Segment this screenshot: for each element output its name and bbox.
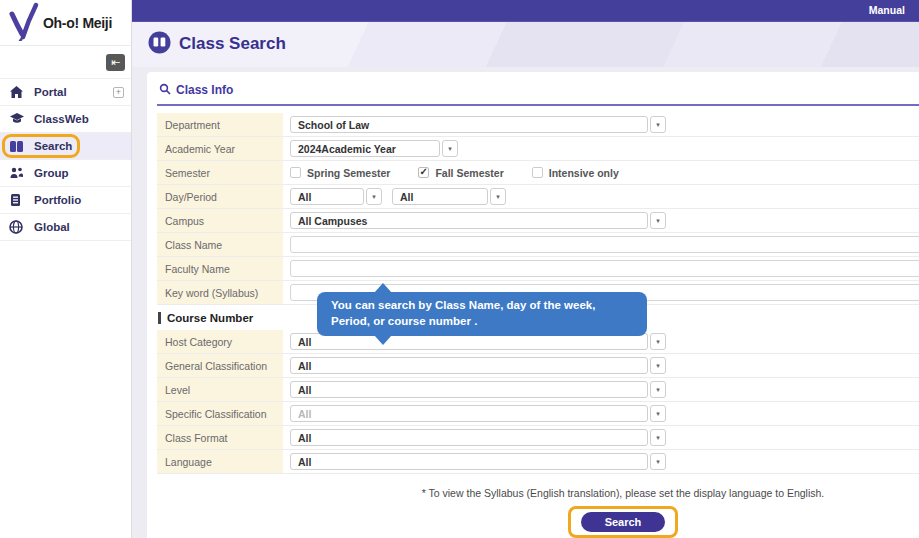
topbar: Manual Contact Individual Settings	[132, 0, 919, 21]
campus-select[interactable]: All Campuses	[290, 212, 666, 229]
sidebar-item-label: Portfolio	[34, 194, 81, 206]
notebook-icon	[9, 193, 26, 207]
form-row-general-classification: General Classification All	[157, 354, 919, 378]
field-label: Campus	[157, 209, 283, 232]
search-hint-tooltip: You can search by Class Name, day of the…	[317, 292, 647, 336]
course-number-title: Course Number	[167, 312, 253, 324]
day-select[interactable]: All	[290, 188, 382, 205]
checkbox-icon[interactable]	[532, 167, 543, 178]
class-info-title: Class Info	[176, 83, 233, 97]
expand-plus-icon[interactable]	[113, 87, 124, 98]
field-label: Class Format	[157, 426, 283, 449]
tooltip-arrow-down	[374, 335, 392, 345]
sidebar-item-portfolio[interactable]: Portfolio	[0, 187, 131, 214]
chevron-down-icon[interactable]	[650, 212, 666, 229]
chevron-down-icon[interactable]	[650, 381, 666, 398]
highlight-ring: Search	[568, 506, 679, 538]
magnifier-icon	[159, 81, 171, 99]
people-icon	[9, 166, 26, 180]
sidebar-item-label: Search	[34, 140, 72, 152]
field-label: Key word (Syllabus)	[157, 281, 283, 304]
period-select[interactable]: All	[392, 188, 506, 205]
department-select[interactable]: School of Law	[290, 116, 666, 133]
sidebar-collapse-button[interactable]	[106, 54, 125, 71]
manual-link[interactable]: Manual	[869, 4, 905, 16]
field-label: Semester	[157, 161, 283, 184]
logo[interactable]: Oh-o! Meiji	[0, 0, 131, 46]
field-label: Class Name	[157, 233, 283, 256]
sidebar: Oh-o! Meiji Portal ClassWeb Search	[0, 0, 132, 538]
field-label: Language	[157, 450, 283, 473]
sidebar-item-search[interactable]: Search	[0, 133, 131, 160]
chevron-down-icon[interactable]	[650, 357, 666, 374]
field-label: Department	[157, 113, 283, 136]
field-label: Host Category	[157, 330, 283, 353]
chevron-down-icon[interactable]	[650, 429, 666, 446]
fall-semester-checkbox[interactable]: Fall Semester	[418, 167, 503, 179]
chevron-down-icon[interactable]	[650, 405, 666, 422]
field-label: Academic Year	[157, 137, 283, 160]
form-row-day-period: Day/Period All All	[157, 185, 919, 209]
sidebar-item-label: Global	[34, 221, 70, 233]
general-classification-select[interactable]: All	[290, 357, 666, 374]
class-info-section-header: Class Info	[157, 79, 919, 106]
syllabus-note: * To view the Syllabus (English translat…	[157, 487, 919, 499]
form-row-level: Level All	[157, 378, 919, 402]
chevron-down-icon[interactable]	[442, 140, 458, 157]
faculty-name-input[interactable]	[290, 260, 919, 277]
field-label: Specific Classification	[157, 402, 283, 425]
sidebar-item-group[interactable]: Group	[0, 160, 131, 187]
checkbox-icon[interactable]	[290, 167, 301, 178]
sidebar-item-label: Portal	[34, 86, 67, 98]
tooltip-text: You can search by Class Name, day of the…	[331, 299, 595, 327]
chevron-down-icon[interactable]	[650, 116, 666, 133]
class-format-select[interactable]: All	[290, 429, 666, 446]
brand-name: Oh-o! Meiji	[43, 15, 112, 31]
academic-year-select[interactable]: 2024Academic Year	[290, 140, 458, 157]
intensive-only-checkbox[interactable]: Intensive only	[532, 167, 619, 179]
field-label: Level	[157, 378, 283, 401]
open-book-icon	[9, 139, 26, 153]
globe-icon	[9, 220, 26, 234]
field-label: General Classification	[157, 354, 283, 377]
class-info-form: Department School of Law Academic Year 2…	[157, 113, 919, 305]
form-row-department: Department School of Law	[157, 113, 919, 137]
form-row-semester: Semester Spring Semester Fall Semester	[157, 161, 919, 185]
chevron-down-icon[interactable]	[650, 453, 666, 470]
form-row-language: Language All	[157, 450, 919, 474]
sidebar-item-global[interactable]: Global	[0, 214, 131, 241]
specific-classification-select[interactable]: All	[290, 405, 666, 422]
form-row-class-format: Class Format All	[157, 426, 919, 450]
spring-semester-checkbox[interactable]: Spring Semester	[290, 167, 390, 179]
course-number-form: Host Category All General Classification…	[157, 330, 919, 474]
meiji-v-logo-icon	[5, 1, 41, 45]
class-search-book-icon	[148, 31, 171, 58]
chevron-down-icon[interactable]	[650, 333, 666, 350]
field-label: Faculty Name	[157, 257, 283, 280]
class-name-input[interactable]	[290, 236, 919, 253]
chevron-down-icon[interactable]	[490, 188, 506, 205]
form-row-specific-classification: Specific Classification All	[157, 402, 919, 426]
home-icon	[9, 85, 26, 99]
form-row-academic-year: Academic Year 2024Academic Year	[157, 137, 919, 161]
search-button[interactable]: Search	[581, 512, 666, 532]
tooltip-arrow-up	[374, 283, 392, 293]
sidebar-nav: Portal ClassWeb Search Group P	[0, 78, 131, 241]
mortarboard-icon	[9, 112, 26, 126]
sidebar-item-classweb[interactable]: ClassWeb	[0, 106, 131, 133]
field-label: Day/Period	[157, 185, 283, 208]
page-header-band: Class Search	[132, 21, 919, 67]
section-bar	[158, 312, 161, 324]
sidebar-item-label: ClassWeb	[34, 113, 89, 125]
sidebar-item-portal[interactable]: Portal	[0, 79, 131, 106]
form-row-campus: Campus All Campuses	[157, 209, 919, 233]
level-select[interactable]: All	[290, 381, 666, 398]
chevron-down-icon[interactable]	[366, 188, 382, 205]
language-select[interactable]: All	[290, 453, 666, 470]
form-row-faculty-name: Faculty Name	[157, 257, 919, 281]
sidebar-item-label: Group	[34, 167, 69, 179]
page-title: Class Search	[179, 34, 286, 54]
form-row-class-name: Class Name	[157, 233, 919, 257]
checkbox-checked-icon[interactable]	[418, 167, 429, 178]
